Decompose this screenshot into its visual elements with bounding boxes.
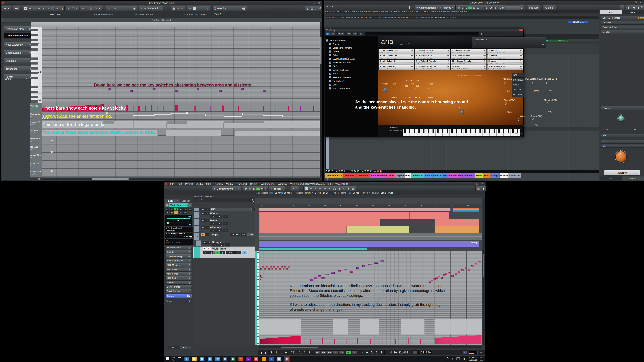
expand-icon[interactable]: + (329, 84, 331, 86)
legato-block[interactable] (264, 121, 320, 128)
chevron-down-icon[interactable]: ▾ (282, 188, 284, 190)
keyswitch-note[interactable] (263, 90, 266, 92)
channel-number[interactable]: 31 (377, 170, 380, 173)
inserts-rack-label[interactable]: INSERTS (443, 16, 451, 18)
legato-block[interactable] (114, 121, 134, 128)
velocity-bar[interactable] (151, 105, 152, 111)
taskbar-app-icon[interactable]: X (230, 356, 236, 362)
part-selector[interactable]: ⌐ ≋ Violin Solo ▾ (139, 6, 163, 11)
routing-rack-label[interactable]: ROUTING (388, 10, 396, 12)
tree-item[interactable]: + JABB (325, 72, 378, 75)
lane-display-icon[interactable]: ▭ (183, 211, 187, 214)
mute-button[interactable]: m (201, 212, 205, 215)
play-icon[interactable]: ◉ (133, 7, 136, 10)
expand-icon[interactable]: + (329, 72, 331, 75)
keyswitch-note[interactable] (219, 90, 222, 92)
solo-editor-button[interactable]: ⇥▾ (2, 6, 11, 11)
collapse-icon[interactable]: − (326, 39, 328, 41)
midi-note[interactable] (318, 275, 321, 277)
tab-info[interactable]: INFO (512, 73, 525, 78)
zone-right-icon[interactable]: ◨ (481, 187, 484, 190)
preset-menu-button[interactable]: ≡ (353, 32, 358, 35)
menu-item[interactable]: MIDI (206, 183, 212, 185)
midi-note[interactable] (434, 278, 436, 280)
strings-section-bar[interactable]: Strings▦ ▸ (166, 294, 192, 298)
expand-icon[interactable]: + (329, 76, 331, 78)
racks-button[interactable]: Racks* (442, 5, 456, 10)
midi-note[interactable] (284, 266, 286, 268)
lane-label[interactable]: Modulation cc1 (30, 113, 42, 118)
sound-variation-block[interactable] (166, 129, 221, 136)
select-tool-icon[interactable]: ↖ (24, 7, 27, 10)
stop-icon[interactable]: ■ (339, 351, 345, 355)
chevron-down-icon[interactable]: ▾ (160, 7, 162, 9)
offset-knob[interactable] (518, 118, 520, 120)
velocity-bar[interactable] (138, 106, 139, 111)
channel-name[interactable]: Timpani (395, 173, 405, 178)
tree-item[interactable]: + Personal Orchestra 5 (325, 75, 378, 79)
eq-power-button[interactable] (383, 88, 388, 92)
menu-item[interactable]: Window (278, 183, 287, 185)
channel-number[interactable]: 29 (370, 170, 373, 173)
main-mix-row[interactable]: Mix (601, 144, 644, 148)
tree-item[interactable]: + Classic Pipe Organs (325, 46, 378, 50)
channel-name[interactable]: Violin II (432, 173, 442, 178)
volume-icon[interactable]: ◀) (462, 357, 466, 360)
midi-note[interactable] (260, 268, 262, 270)
key-editor-ruler[interactable] (31, 22, 320, 27)
midi-note[interactable] (380, 260, 384, 262)
velocity-bar[interactable] (310, 339, 311, 344)
left-zone-section-button[interactable]: Transpose T (4, 66, 33, 71)
midi-note[interactable] (281, 266, 282, 268)
midi-note[interactable] (344, 269, 347, 270)
mute-tool-icon[interactable]: ✕ (42, 7, 45, 10)
configurations-selector[interactable]: ≡ Configurations ▾ ⌂ (414, 5, 443, 10)
legato-block[interactable] (224, 123, 264, 128)
modulation-segment[interactable] (106, 113, 134, 113)
sound-variation-block[interactable] (234, 130, 320, 136)
routing-rack-label[interactable]: ROUTING (443, 10, 451, 12)
inserts-rack-label[interactable]: INSERTS (332, 16, 340, 18)
channel-number[interactable]: 1 (380, 170, 382, 173)
history-dropdown[interactable]: ▾ (620, 5, 624, 10)
channel-filter-button[interactable]: R (468, 6, 472, 9)
left-zone-setup[interactable]: Setup ⚙ (4, 77, 29, 80)
velocity-bar[interactable] (395, 339, 396, 344)
record-icon[interactable]: ● (210, 229, 216, 232)
volume-slider[interactable] (167, 218, 190, 219)
view-filter-button[interactable]: E (484, 6, 489, 9)
acoustic-feedback-button[interactable]: ◀) (13, 6, 20, 11)
modulation-segment[interactable] (205, 115, 224, 115)
midi-channel-row[interactable]: ⠿ 16 ⇥▦ (165, 235, 196, 238)
inserts-rack-label[interactable]: INSERTS (362, 16, 369, 18)
instrument-slot[interactable]: 8 n-Violins 2 Tremolo ◀▶ Tune0 Def32 1/2… (415, 65, 450, 70)
expand-icon[interactable]: + (329, 47, 331, 49)
midi-note[interactable] (277, 266, 279, 268)
eq-freq-knob[interactable] (404, 87, 406, 89)
zoom-tool-icon[interactable]: ◯ (51, 7, 54, 10)
inserts-rack-label[interactable]: INSERTS (369, 16, 376, 18)
monitor-icon[interactable]: ◀ (216, 222, 222, 225)
preset-stepper-icon[interactable]: ↕ (476, 32, 478, 34)
velocity-bar[interactable] (346, 339, 346, 344)
drum-map-row[interactable]: ▤◍ No Drum Map (165, 239, 193, 245)
close-icon[interactable]: ✕ (316, 1, 322, 4)
midi-note[interactable] (472, 265, 474, 267)
midi-channel-chip[interactable]: ⠿ 16 (226, 251, 234, 254)
midi-folder-stack[interactable] (453, 208, 479, 212)
taskbar-app-icon[interactable]: e (184, 356, 190, 362)
channel-name[interactable]: Violin Solo (411, 173, 424, 178)
menu-item[interactable]: Media (226, 183, 233, 185)
channel-name[interactable]: Bass Trombone (370, 173, 388, 178)
chevron-down-icon[interactable]: ▾ (237, 7, 239, 9)
ensemble-box[interactable]: ENSEMBLE - ◀▶ (472, 37, 546, 48)
instrument-slot[interactable]: 11 n-Basses Tremolo ◀▶ Tune0 Def32 1/2 1… (451, 60, 486, 65)
tree-item[interactable]: + COMB (325, 50, 378, 53)
monitor-icon[interactable]: ◀ (216, 229, 222, 232)
channel-number[interactable]: 28 (367, 170, 370, 173)
channel-name[interactable]: Harp (405, 173, 411, 178)
phones-mix-row[interactable]: Mix (601, 134, 644, 137)
close-icon[interactable]: ✕ (480, 183, 485, 185)
split-tool-icon[interactable]: ✂ (38, 7, 40, 10)
folder-icon[interactable] (194, 219, 199, 225)
